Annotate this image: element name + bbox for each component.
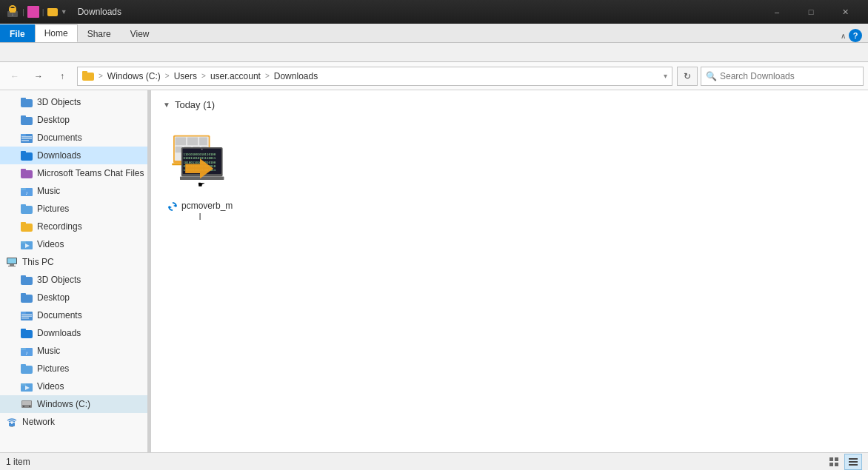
sidebar-item-music-quick[interactable]: ♪ Music — [0, 182, 147, 200]
folder-videos-icon — [21, 238, 33, 250]
file-label-pcmover: pcmoverb_ml — [167, 201, 233, 222]
folder-music-icon: ♪ — [21, 185, 33, 197]
folder-teams-icon — [21, 169, 33, 178]
app-icon: ↓ — [6, 5, 19, 19]
address-part-2[interactable]: Users — [174, 71, 197, 81]
close-button[interactable]: ✕ — [828, 0, 862, 24]
view-toggle — [825, 454, 862, 470]
section-collapse-arrow[interactable]: ▼ — [163, 101, 170, 109]
svg-rect-32 — [29, 406, 30, 407]
svg-text:110101001010110100: 110101001010110100 — [184, 152, 216, 156]
search-input[interactable] — [720, 71, 858, 81]
sidebar-item-videos-pc[interactable]: Videos — [0, 377, 147, 395]
search-box[interactable]: 🔍 — [701, 67, 864, 86]
sidebar-label-downloads-pc: Downloads — [37, 328, 81, 338]
file-item-pcmover[interactable]: 110101001010110100 010011010101110011 10… — [163, 122, 237, 225]
svg-text:♪: ♪ — [25, 350, 28, 355]
tab-view[interactable]: View — [121, 24, 159, 42]
sidebar-item-desktop-quick[interactable]: Desktop — [0, 111, 147, 129]
status-bar: 1 item — [0, 452, 868, 470]
svg-rect-63 — [849, 458, 858, 460]
sidebar-label-desktop-quick: Desktop — [37, 115, 70, 125]
ribbon-collapse-arrow[interactable]: ∧ — [841, 32, 846, 40]
folder-3d-icon — [21, 98, 33, 107]
address-dropdown-arrow[interactable]: ▾ — [664, 72, 667, 80]
item-count: 1 item — [6, 457, 30, 467]
sidebar-item-pictures-pc[interactable]: Pictures — [0, 360, 147, 377]
sidebar-item-desktop-pc[interactable]: Desktop — [0, 289, 147, 306]
sidebar-label-pictures-pc: Pictures — [37, 363, 69, 374]
sidebar-label-documents-quick: Documents — [37, 132, 82, 143]
address-bar[interactable]: > Windows (C:) > Users > user.account > … — [77, 67, 672, 86]
sidebar-label-music-quick: Music — [37, 186, 60, 196]
sidebar-item-3d-objects-quick[interactable]: 3D Objects — [0, 93, 147, 111]
main-layout: 3D Objects Desktop Documents — [0, 90, 868, 452]
sidebar-item-pictures-quick[interactable]: Pictures — [0, 200, 147, 218]
file-name-pcmover: pcmoverb_ml — [181, 201, 233, 222]
ribbon: File Home Share View ∧ ? — [0, 24, 868, 62]
svg-rect-60 — [835, 457, 838, 461]
forward-button[interactable]: → — [28, 66, 49, 87]
sidebar-label-downloads-quick: Downloads — [37, 150, 81, 161]
address-part-3[interactable]: user.account — [210, 71, 261, 81]
maximize-button[interactable]: □ — [794, 0, 828, 24]
sidebar-item-documents-quick[interactable]: Documents — [0, 129, 147, 147]
sidebar-item-windows-drive[interactable]: Windows (C:) — [0, 395, 147, 413]
svg-rect-62 — [835, 463, 838, 466]
tab-home[interactable]: Home — [35, 24, 78, 42]
folder-documents-pc-icon — [21, 309, 33, 321]
svg-rect-31 — [23, 406, 24, 407]
sidebar-item-recordings[interactable]: Recordings — [0, 218, 147, 235]
svg-point-35 — [11, 423, 13, 424]
sidebar-label-3d-objects-pc: 3D Objects — [37, 275, 81, 285]
svg-rect-21 — [21, 316, 32, 318]
ribbon-help-button[interactable]: ? — [849, 29, 862, 42]
minimize-button[interactable]: – — [760, 0, 794, 24]
quick-save-icon[interactable] — [27, 6, 39, 18]
address-bar-row: ← → ↑ > Windows (C:) > Users > user.acco… — [0, 62, 868, 90]
refresh-button[interactable]: ↻ — [677, 67, 698, 86]
large-icons-view-button[interactable] — [825, 454, 843, 470]
folder-3d-pc-icon — [21, 275, 33, 285]
section-header-today: ▼ Today (1) — [163, 96, 856, 116]
sidebar-item-documents-pc[interactable]: Documents — [0, 306, 147, 324]
svg-rect-20 — [21, 314, 32, 315]
tab-file[interactable]: File — [0, 24, 35, 42]
sidebar-item-downloads-pc[interactable]: Downloads — [0, 324, 147, 342]
svg-rect-19 — [21, 312, 26, 314]
folder-desktop-icon — [21, 115, 33, 125]
sidebar-item-network[interactable]: Network — [0, 413, 147, 431]
section-title: Today (1) — [175, 99, 215, 110]
address-part-1[interactable]: Windows (C:) — [107, 71, 161, 81]
sidebar-label-desktop-pc: Desktop — [37, 292, 70, 303]
sidebar-label-this-pc: This PC — [22, 257, 54, 267]
sidebar-item-music-pc[interactable]: ♪ Music — [0, 342, 147, 360]
tab-share[interactable]: Share — [78, 24, 121, 42]
svg-rect-12 — [21, 241, 26, 244]
title-dropdown-arrow[interactable]: ▼ — [61, 8, 67, 16]
folder-documents-icon — [21, 132, 33, 144]
svg-marker-58 — [169, 206, 172, 209]
this-pc-icon — [6, 256, 18, 268]
details-view-button[interactable] — [844, 454, 862, 470]
sidebar-item-this-pc[interactable]: This PC — [0, 253, 147, 271]
sidebar-label-videos-quick: Videos — [37, 239, 64, 249]
window-controls: – □ ✕ — [760, 0, 862, 24]
sidebar-item-teams[interactable]: Microsoft Teams Chat Files — [0, 164, 147, 182]
sidebar-item-videos-quick[interactable]: Videos — [0, 235, 147, 253]
folder-pictures-pc-icon — [21, 364, 33, 374]
svg-text:↓: ↓ — [12, 12, 14, 16]
pcmover-illustration: 110101001010110100 010011010101110011 10… — [167, 127, 233, 194]
sidebar-item-3d-objects-pc[interactable]: 3D Objects — [0, 271, 147, 289]
file-icon-pcmover: 110101001010110100 010011010101110011 10… — [164, 125, 236, 196]
sidebar-item-downloads-quick[interactable]: Downloads — [0, 147, 147, 164]
folder-downloads-pc-icon — [21, 329, 33, 338]
content-area: ▼ Today (1) — [151, 90, 868, 452]
address-separator-1: > — [99, 72, 103, 80]
address-part-4[interactable]: Downloads — [274, 71, 318, 81]
up-button[interactable]: ↑ — [52, 66, 73, 87]
back-button[interactable]: ← — [4, 66, 25, 87]
sidebar-label-3d-objects-quick: 3D Objects — [37, 97, 81, 107]
details-view-icon — [848, 457, 858, 467]
title-bar-icons: ↓ | | ▼ — [6, 5, 67, 19]
